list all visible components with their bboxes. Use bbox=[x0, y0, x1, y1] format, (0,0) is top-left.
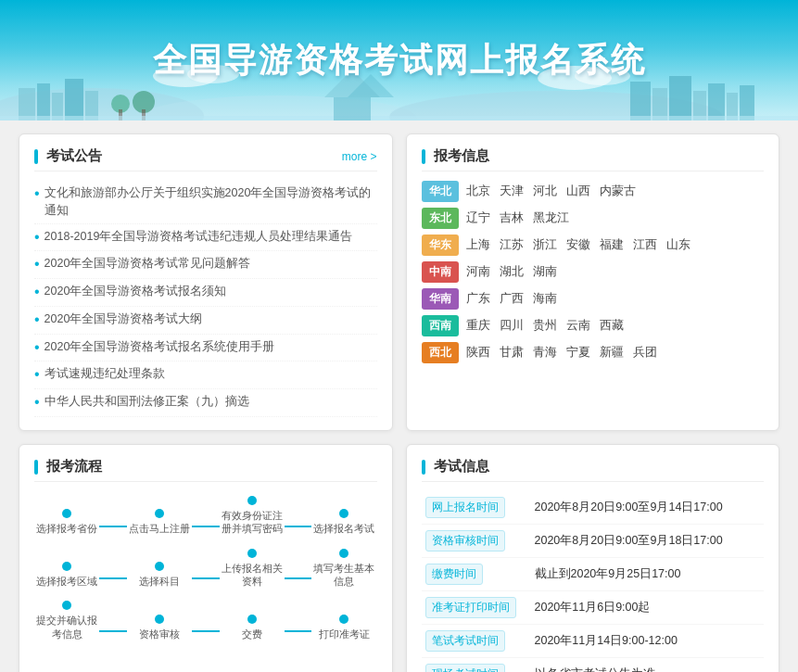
flow-step-label: 填写考生基本信息 bbox=[311, 562, 376, 589]
svg-rect-3 bbox=[19, 88, 35, 120]
flow-step-block: 有效身份证注册并填写密码 bbox=[220, 496, 285, 536]
flow-line: 选择报考区域选择科目上传报名相关资料填写考生基本信息 bbox=[34, 549, 377, 589]
exam-info-value: 2020年8月20日9:00至9月14日17:00 bbox=[531, 491, 765, 525]
flow-dot bbox=[247, 496, 257, 505]
region-cities: 北京天津河北山西内蒙古 bbox=[466, 184, 636, 199]
flow-step-label: 提交并确认报考信息 bbox=[34, 614, 99, 640]
region-city[interactable]: 山西 bbox=[566, 184, 590, 199]
region-city[interactable]: 西藏 bbox=[600, 318, 624, 334]
flow-connector bbox=[285, 630, 312, 632]
region-city[interactable]: 江苏 bbox=[500, 237, 524, 253]
region-row: 华南广东广西海南 bbox=[422, 288, 765, 310]
region-badge: 华北 bbox=[422, 181, 459, 202]
region-row: 华东上海江苏浙江安徽福建江西山东 bbox=[422, 235, 765, 256]
region-city[interactable]: 湖北 bbox=[500, 264, 524, 280]
region-city[interactable]: 内蒙古 bbox=[600, 184, 636, 199]
notice-list-item[interactable]: 2018-2019年全国导游资格考试违纪违规人员处理结果通告 bbox=[34, 224, 377, 252]
notice-list-item[interactable]: 2020年全国导游资格考试常见问题解答 bbox=[34, 251, 377, 279]
region-city[interactable]: 新疆 bbox=[600, 345, 624, 361]
region-city[interactable]: 海南 bbox=[533, 291, 557, 307]
notice-link[interactable]: 考试速规违纪处理条款 bbox=[44, 365, 165, 383]
page-header: 全国导游资格考试网上报名系统 bbox=[0, 0, 798, 120]
notice-list-item[interactable]: 中华人民共和国刑法修正案（九）摘选 bbox=[34, 389, 377, 417]
exam-info-value: 截止到2020年9月25日17:00 bbox=[531, 558, 765, 591]
region-city[interactable]: 湖南 bbox=[533, 264, 557, 280]
flow-diagram: 选择报考省份点击马上注册有效身份证注册并填写密码选择报名考试选择报考区域选择科目… bbox=[34, 491, 377, 658]
flow-step-block: 选择科目 bbox=[127, 562, 192, 588]
region-badge: 西南 bbox=[422, 315, 459, 336]
flow-title: 报考流程 bbox=[34, 458, 102, 475]
exam-info-label: 缴费时间 bbox=[425, 564, 483, 585]
notice-list-item[interactable]: 2020年全国导游资格考试大纲 bbox=[34, 307, 377, 335]
region-city[interactable]: 兵团 bbox=[633, 345, 657, 361]
region-badge: 东北 bbox=[422, 208, 459, 229]
flow-step-block: 打印准考证 bbox=[311, 615, 376, 640]
region-city[interactable]: 吉林 bbox=[500, 210, 524, 226]
regions-title: 报考信息 bbox=[422, 147, 489, 165]
region-city[interactable]: 辽宁 bbox=[466, 210, 490, 226]
flow-connector bbox=[192, 630, 220, 632]
region-city[interactable]: 广西 bbox=[500, 291, 524, 307]
notice-list-item[interactable]: 文化和旅游部办公厅关于组织实施2020年全国导游资格考试的通知 bbox=[34, 181, 377, 224]
region-city[interactable]: 云南 bbox=[566, 318, 590, 334]
region-city[interactable]: 北京 bbox=[466, 184, 490, 199]
region-city[interactable]: 河南 bbox=[466, 264, 490, 280]
exam-info-label: 网上报名时间 bbox=[425, 497, 505, 518]
flow-step-label: 上传报名相关资料 bbox=[220, 562, 285, 589]
svg-rect-14 bbox=[669, 76, 691, 120]
exam-info-row: 笔试考试时间2020年11月14日9:00-12:00 bbox=[422, 625, 765, 658]
notice-link[interactable]: 2020年全国导游资格考试常见问题解答 bbox=[44, 255, 251, 273]
region-city[interactable]: 上海 bbox=[466, 237, 490, 253]
flow-dot bbox=[339, 549, 348, 558]
region-row: 西北陕西甘肃青海宁夏新疆兵团 bbox=[422, 342, 765, 363]
svg-rect-6 bbox=[65, 79, 83, 120]
region-city[interactable]: 江西 bbox=[633, 237, 657, 253]
region-city[interactable]: 四川 bbox=[500, 318, 524, 334]
region-city[interactable]: 山东 bbox=[666, 237, 690, 253]
notice-link[interactable]: 2020年全国导游资格考试报名系统使用手册 bbox=[44, 338, 275, 356]
notice-link[interactable]: 文化和旅游部办公厅关于组织实施2020年全国导游资格考试的通知 bbox=[44, 184, 377, 220]
svg-rect-19 bbox=[0, 116, 798, 120]
notices-list: 文化和旅游部办公厅关于组织实施2020年全国导游资格考试的通知2018-2019… bbox=[34, 181, 377, 417]
region-city[interactable]: 天津 bbox=[500, 184, 524, 199]
region-badge: 西北 bbox=[422, 342, 459, 363]
svg-rect-13 bbox=[652, 88, 667, 120]
notice-list-item[interactable]: 2020年全国导游资格考试报名须知 bbox=[34, 279, 377, 307]
exam-info-header: 考试信息 bbox=[422, 458, 765, 482]
exam-info-label: 资格审核时间 bbox=[425, 530, 505, 552]
exam-info-row: 网上报名时间2020年8月20日9:00至9月14日17:00 bbox=[422, 491, 765, 525]
region-city[interactable]: 广东 bbox=[466, 291, 490, 307]
notices-header: 考试公告 more > bbox=[34, 147, 377, 171]
notice-link[interactable]: 2018-2019年全国导游资格考试违纪违规人员处理结果通告 bbox=[44, 228, 353, 246]
region-city[interactable]: 福建 bbox=[600, 237, 624, 253]
region-city[interactable]: 甘肃 bbox=[500, 345, 524, 361]
notice-link[interactable]: 2020年全国导游资格考试大纲 bbox=[44, 311, 203, 328]
flow-connector bbox=[285, 526, 312, 527]
notice-link[interactable]: 2020年全国导游资格考试报名须知 bbox=[44, 283, 227, 300]
flow-dot bbox=[339, 615, 348, 624]
exam-info-value: 2020年11月6日9:00起 bbox=[531, 591, 765, 625]
region-city[interactable]: 安徽 bbox=[566, 237, 590, 253]
region-city[interactable]: 重庆 bbox=[466, 318, 490, 334]
svg-rect-16 bbox=[708, 83, 725, 120]
notice-link[interactable]: 中华人民共和国刑法修正案（九）摘选 bbox=[44, 393, 249, 411]
page-title: 全国导游资格考试网上报名系统 bbox=[153, 38, 646, 83]
notice-list-item[interactable]: 考试速规违纪处理条款 bbox=[34, 361, 377, 389]
region-city[interactable]: 贵州 bbox=[533, 318, 557, 334]
notices-title: 考试公告 bbox=[34, 147, 102, 165]
notice-list-item[interactable]: 2020年全国导游资格考试报名系统使用手册 bbox=[34, 335, 377, 362]
flow-step-block: 交费 bbox=[220, 615, 285, 640]
region-city[interactable]: 青海 bbox=[533, 345, 557, 361]
flow-connector bbox=[99, 630, 127, 632]
region-city[interactable]: 宁夏 bbox=[566, 345, 590, 361]
region-city[interactable]: 陕西 bbox=[466, 345, 490, 361]
region-city[interactable]: 浙江 bbox=[533, 237, 557, 253]
region-city[interactable]: 河北 bbox=[533, 184, 557, 199]
exam-info-title: 考试信息 bbox=[422, 458, 489, 475]
region-city[interactable]: 黑龙江 bbox=[533, 210, 569, 226]
flow-step-label: 选择科目 bbox=[139, 575, 180, 588]
exam-info-table: 网上报名时间2020年8月20日9:00至9月14日17:00资格审核时间202… bbox=[422, 491, 765, 672]
exam-info-row: 缴费时间截止到2020年9月25日17:00 bbox=[422, 558, 765, 591]
flow-step-label: 选择报名考试 bbox=[313, 522, 374, 535]
notices-more-link[interactable]: more > bbox=[342, 150, 377, 163]
